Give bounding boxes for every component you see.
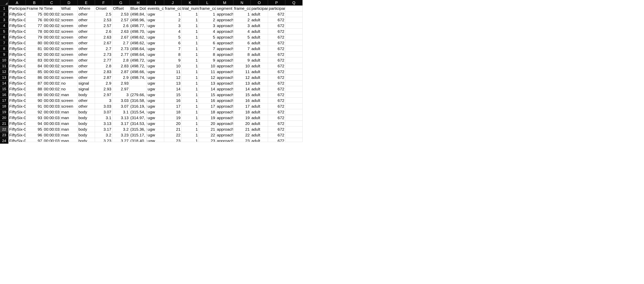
cell-O9[interactable]: adult [251,52,268,57]
cell-P13[interactable]: 672 [268,75,285,80]
cell-I11[interactable]: ugw [147,63,164,69]
cell-E14[interactable]: signal [78,80,95,86]
cell-Q21[interactable] [285,121,302,127]
cell-N24[interactable]: 23 [234,138,251,142]
row-header-14[interactable]: 14 [0,80,8,86]
cell-M6[interactable]: approach [216,34,234,40]
cell-B6[interactable]: 79 [26,34,43,40]
cell-C24[interactable]: 00:00:03:2 [43,138,60,142]
cell-P11[interactable]: 672 [268,63,285,69]
header-cell-E[interactable]: Where [78,5,95,11]
cell-B2[interactable]: 75 [26,11,43,17]
cell-Q12[interactable] [285,69,302,75]
cell-A22[interactable]: FiftySix-05 [8,127,26,132]
header-cell-C[interactable]: Time [43,5,60,11]
cell-G17[interactable]: 3.03 [112,98,130,103]
cell-K21[interactable]: 1 [182,121,199,127]
cell-N13[interactable]: 12 [234,75,251,80]
column-header-Q[interactable]: Q [285,0,302,5]
cell-N22[interactable]: 21 [234,127,251,132]
cell-I6[interactable]: ugw [147,34,164,40]
cell-I9[interactable]: ugw [147,52,164,57]
cell-B24[interactable]: 97 [26,138,43,142]
cell-I13[interactable]: ugw [147,75,164,80]
cell-Q8[interactable] [285,46,302,52]
cell-M18[interactable]: approach [216,103,234,109]
cell-K12[interactable]: 1 [182,69,199,75]
cell-L24[interactable]: 23 [199,138,216,142]
header-cell-I[interactable]: events_con [147,5,164,11]
cell-M21[interactable]: approach [216,121,234,127]
cell-H17[interactable]: (316.58, 54 [130,98,147,103]
cell-D24[interactable]: man [60,138,78,142]
cell-A16[interactable]: FiftySix-05 [8,92,26,98]
cell-J13[interactable]: 12 [164,75,182,80]
cell-Q11[interactable] [285,63,302,69]
cell-B13[interactable]: 86 [26,75,43,80]
cell-C6[interactable]: 00:00:02:6 [43,34,60,40]
cell-M20[interactable]: approach [216,115,234,121]
cell-M13[interactable]: approach [216,75,234,80]
cell-M17[interactable]: approach [216,98,234,103]
cell-Q4[interactable] [285,23,302,29]
cell-M10[interactable]: approach [216,57,234,63]
cell-J14[interactable]: 13 [164,80,182,86]
cell-L5[interactable]: 4 [199,29,216,34]
cell-I23[interactable]: ugw [147,132,164,138]
cell-D17[interactable]: screen [60,98,78,103]
cell-E24[interactable]: body [78,138,95,142]
cell-C11[interactable]: 00:00:02:8 [43,63,60,69]
cell-N8[interactable]: 7 [234,46,251,52]
cell-M11[interactable]: approach [216,63,234,69]
cell-G8[interactable]: 2.73 [112,46,130,52]
row-header-24[interactable]: 24 [0,138,8,144]
cell-J19[interactable]: 18 [164,109,182,115]
cell-G13[interactable]: 2.9 [112,75,130,80]
cell-F3[interactable]: 2.53 [95,17,112,23]
cell-K23[interactable]: 1 [182,132,199,138]
cell-C15[interactable]: 00:00:02:9 [43,86,60,92]
cell-Q10[interactable] [285,57,302,63]
cell-K9[interactable]: 1 [182,52,199,57]
cell-P16[interactable]: 672 [268,92,285,98]
cell-M24[interactable]: approach [216,138,234,142]
row-header-10[interactable]: 10 [0,57,8,63]
column-header-F[interactable]: F [95,0,112,5]
cell-P15[interactable]: 672 [268,86,285,92]
cell-L9[interactable]: 8 [199,52,216,57]
cell-F7[interactable]: 2.67 [95,40,112,46]
cell-P9[interactable]: 672 [268,52,285,57]
cell-A23[interactable]: FiftySix-05 [8,132,26,138]
cell-A7[interactable]: FiftySix-05 [8,40,26,46]
cell-B22[interactable]: 95 [26,127,43,132]
header-cell-F[interactable]: Onset [95,5,112,11]
cell-O13[interactable]: adult [251,75,268,80]
cell-H12[interactable]: (498.66, 50 [130,69,147,75]
cell-I22[interactable]: ugw [147,127,164,132]
row-header-12[interactable]: 12 [0,69,8,75]
cell-K5[interactable]: 1 [182,29,199,34]
row-header-17[interactable]: 17 [0,98,8,103]
cell-D22[interactable]: man [60,127,78,132]
cell-K16[interactable]: 1 [182,92,199,98]
cell-O14[interactable]: adult [251,80,268,86]
cell-G20[interactable]: 3.13 [112,115,130,121]
cell-A4[interactable]: FiftySix-05 [8,23,26,29]
cell-B9[interactable]: 82 [26,52,43,57]
cell-L7[interactable]: 6 [199,40,216,46]
cell-O11[interactable]: adult [251,63,268,69]
cell-P4[interactable]: 672 [268,23,285,29]
cell-L20[interactable]: 19 [199,115,216,121]
cell-H8[interactable]: (498.64, 50 [130,46,147,52]
cell-A18[interactable]: FiftySix-05 [8,103,26,109]
cell-B16[interactable]: 89 [26,92,43,98]
cell-J11[interactable]: 10 [164,63,182,69]
cell-G23[interactable]: 3.23 [112,132,130,138]
cell-L8[interactable]: 7 [199,46,216,52]
cell-M23[interactable]: approach [216,132,234,138]
row-header-21[interactable]: 21 [0,121,8,127]
column-header-J[interactable]: J [164,0,182,5]
cell-K2[interactable]: 1 [182,11,199,17]
cell-D9[interactable]: screen [60,52,78,57]
row-header-16[interactable]: 16 [0,92,8,98]
